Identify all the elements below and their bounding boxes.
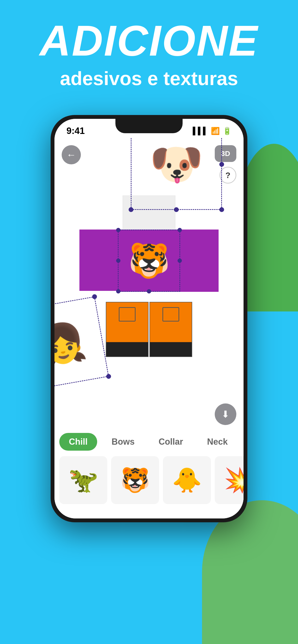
dog-sticker-selected[interactable]: 🐶: [131, 138, 222, 210]
pants-bottom-left: [106, 342, 148, 356]
tiger-sticker: 🐯: [128, 241, 170, 280]
sticker-grid: 🦖 🐯 🐥 💥: [54, 456, 244, 514]
body-sel-bl: [116, 289, 120, 294]
body-sel-tl: [116, 228, 120, 232]
categories-bar: Chill Bows Collar Neck: [54, 432, 244, 452]
sticker-cell-tiger[interactable]: 🐯: [111, 456, 159, 504]
shirt-right-sleeve-container: [180, 230, 219, 302]
shirt-main-row: 🐯: [79, 230, 219, 302]
tiger-face-emoji: 🐯: [120, 466, 150, 494]
back-button[interactable]: ←: [62, 145, 81, 164]
body-sel-tr: [178, 228, 182, 232]
duck-emoji: 🐥: [172, 466, 202, 494]
phone-inner: 9:41 ▌▌▌ 📶 🔋 ← 3D ?: [54, 119, 244, 518]
dinosaur-emoji: 🦖: [68, 466, 98, 494]
body-sel-bm: [147, 289, 151, 294]
status-icons: ▌▌▌ 📶 🔋: [193, 127, 232, 135]
selection-corner-br: [219, 207, 224, 212]
phone-outer: 9:41 ▌▌▌ 📶 🔋 ← 3D ?: [51, 115, 247, 522]
category-tab-collar[interactable]: Collar: [149, 433, 193, 451]
category-tab-neck[interactable]: Neck: [198, 433, 237, 451]
header-section: ADICIONE adesivos e texturas: [0, 19, 298, 90]
selection-corner-rm: [219, 162, 224, 167]
header-subtitle: adesivos e texturas: [0, 67, 298, 90]
wifi-icon: 📶: [211, 127, 220, 135]
sticker-cell-duck[interactable]: 🐥: [163, 456, 211, 504]
help-icon: ?: [226, 170, 231, 180]
category-tab-bows[interactable]: Bows: [102, 433, 144, 451]
body-sel-ml: [116, 258, 120, 263]
dog-sticker-emoji: 🐶: [131, 138, 221, 209]
status-time: 9:41: [66, 126, 85, 136]
phone-mockup: 9:41 ▌▌▌ 📶 🔋 ← 3D ?: [51, 115, 247, 522]
sticker-cell-explosion[interactable]: 💥: [215, 456, 244, 504]
sleeve-left-purple: [79, 230, 118, 292]
download-button[interactable]: ⬇: [215, 404, 236, 425]
sticker-cell-dinosaur[interactable]: 🦖: [59, 456, 107, 504]
back-arrow-icon: ←: [66, 150, 76, 160]
category-tab-chill[interactable]: Chill: [59, 433, 97, 451]
header-title: ADICIONE: [0, 19, 298, 62]
phone-notch: [115, 119, 183, 133]
pants-pocket-right: [163, 307, 179, 322]
signal-icon: ▌▌▌: [193, 127, 208, 135]
3d-label: 3D: [221, 150, 230, 158]
pants-pocket-left: [119, 307, 135, 322]
explosion-emoji: 💥: [224, 466, 244, 494]
sleeve-right-white: [180, 292, 219, 302]
battery-icon: 🔋: [223, 127, 232, 135]
phone-content: ← 3D ? 🐶: [54, 138, 244, 518]
pants-left: [106, 302, 148, 357]
help-button[interactable]: ?: [220, 167, 236, 184]
pants-bottom-right: [150, 342, 192, 356]
anime-corner-br: [106, 374, 111, 379]
selection-corner-bm: [174, 207, 179, 212]
shirt-left-sleeve: [79, 230, 118, 302]
download-icon: ⬇: [221, 409, 230, 420]
sleeve-right-purple: [180, 230, 219, 292]
selection-corner-bl: [129, 207, 133, 212]
shirt-body-selected[interactable]: 🐯: [118, 230, 180, 292]
body-sel-mr: [178, 258, 182, 263]
pants-right: [150, 302, 192, 357]
